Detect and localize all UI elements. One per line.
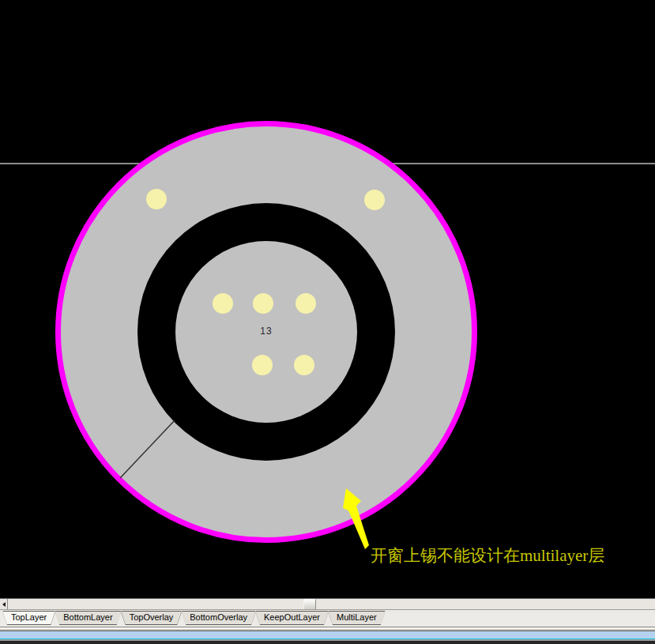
scrollbar-thumb[interactable] bbox=[303, 599, 316, 610]
layer-tab-bottomoverlay[interactable]: BottomOverlay bbox=[181, 611, 256, 625]
layer-tab-label: BottomLayer bbox=[63, 612, 112, 622]
tab-edge bbox=[2, 611, 7, 625]
tab-edge bbox=[381, 611, 386, 625]
tab-edge bbox=[51, 611, 56, 625]
tab-edge bbox=[327, 611, 333, 625]
status-strip bbox=[0, 631, 655, 644]
scroll-left-icon bbox=[2, 602, 6, 607]
pad-hole[interactable] bbox=[252, 355, 273, 375]
tab-edge bbox=[177, 611, 183, 625]
tab-edge bbox=[251, 611, 257, 625]
tab-edge bbox=[59, 624, 116, 625]
pad-hole[interactable] bbox=[364, 190, 385, 210]
tab-edge bbox=[260, 624, 324, 625]
layer-tab-keepoutlayer[interactable]: KeepOutLayer bbox=[255, 611, 329, 625]
tab-edge bbox=[120, 611, 126, 625]
pad-hole[interactable] bbox=[213, 293, 233, 314]
pcb-canvas[interactable]: 13 开窗上锡不能设计在multilayer层 bbox=[0, 0, 655, 598]
tab-edge bbox=[126, 624, 178, 625]
tab-edge bbox=[7, 624, 51, 625]
tab-edge bbox=[324, 611, 329, 625]
tab-edge bbox=[180, 611, 186, 625]
layer-tab-label: MultiLayer bbox=[337, 612, 377, 622]
tab-edge bbox=[54, 611, 59, 625]
layer-tab-topoverlay[interactable]: TopOverlay bbox=[121, 611, 183, 625]
tab-edge bbox=[55, 611, 120, 612]
pad-hole[interactable] bbox=[296, 293, 316, 314]
tab-edge bbox=[256, 611, 328, 612]
annotation-text[interactable]: 开窗上锡不能设计在multilayer层 bbox=[371, 544, 604, 567]
layer-tab-label: TopLayer bbox=[11, 612, 47, 622]
horizontal-scrollbar[interactable] bbox=[0, 598, 655, 609]
layer-tab-label: TopOverlay bbox=[130, 612, 174, 622]
tab-edge bbox=[333, 624, 381, 625]
layer-tab-label: KeepOutLayer bbox=[264, 612, 320, 622]
scroll-left-button[interactable] bbox=[0, 599, 8, 609]
tab-edge bbox=[329, 611, 385, 612]
layer-tab-label: BottomOverlay bbox=[190, 612, 247, 622]
tab-edge bbox=[3, 611, 55, 612]
layer-tab-bar: TopLayerBottomLayerTopOverlayBottomOverl… bbox=[0, 609, 655, 627]
tab-edge bbox=[122, 611, 182, 612]
layer-tab-multilayer[interactable]: MultiLayer bbox=[328, 611, 386, 625]
tab-edge bbox=[182, 611, 255, 612]
layer-tab-bottomlayer[interactable]: BottomLayer bbox=[55, 611, 121, 625]
layer-tab-toplayer[interactable]: TopLayer bbox=[2, 611, 55, 625]
tab-edge bbox=[254, 611, 260, 625]
radial-line bbox=[115, 415, 182, 486]
pad-hole[interactable] bbox=[294, 355, 314, 375]
pad-hole[interactable] bbox=[146, 189, 167, 209]
tab-edge bbox=[186, 624, 251, 625]
pad-designator: 13 bbox=[255, 326, 277, 337]
tab-edge bbox=[117, 611, 122, 625]
pad-hole[interactable] bbox=[253, 293, 273, 314]
